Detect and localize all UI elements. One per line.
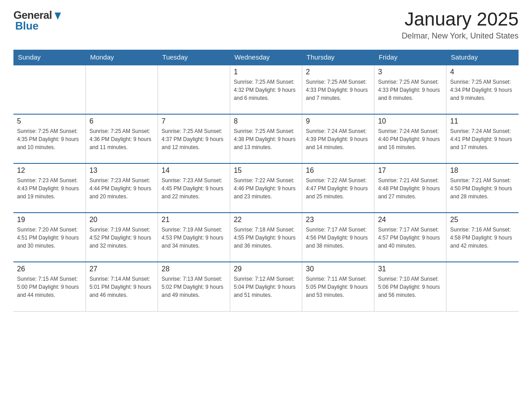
day-number: 22: [234, 216, 298, 224]
day-number: 18: [450, 167, 515, 175]
calendar-week-row: 26Sunrise: 7:15 AM Sunset: 5:00 PM Dayli…: [13, 262, 519, 311]
calendar-cell: 4Sunrise: 7:25 AM Sunset: 4:34 PM Daylig…: [446, 65, 519, 114]
calendar-table: SundayMondayTuesdayWednesdayThursdayFrid…: [13, 50, 519, 312]
calendar-header-row: SundayMondayTuesdayWednesdayThursdayFrid…: [13, 50, 519, 65]
calendar-cell: 13Sunrise: 7:23 AM Sunset: 4:44 PM Dayli…: [86, 163, 158, 213]
day-number: 20: [90, 216, 154, 224]
day-info: Sunrise: 7:24 AM Sunset: 4:40 PM Dayligh…: [378, 127, 442, 151]
day-info: Sunrise: 7:17 AM Sunset: 4:57 PM Dayligh…: [378, 226, 442, 250]
calendar-cell: 29Sunrise: 7:12 AM Sunset: 5:04 PM Dayli…: [230, 262, 302, 311]
day-info: Sunrise: 7:17 AM Sunset: 4:56 PM Dayligh…: [306, 226, 370, 250]
day-number: 30: [306, 265, 370, 273]
calendar-cell: 30Sunrise: 7:11 AM Sunset: 5:05 PM Dayli…: [302, 262, 374, 311]
day-info: Sunrise: 7:24 AM Sunset: 4:41 PM Dayligh…: [450, 127, 515, 151]
day-number: 29: [234, 265, 298, 273]
calendar-cell: 6Sunrise: 7:25 AM Sunset: 4:36 PM Daylig…: [86, 114, 158, 163]
calendar-day-header: Thursday: [302, 50, 374, 65]
day-number: 6: [90, 117, 154, 125]
calendar-cell: 25Sunrise: 7:16 AM Sunset: 4:58 PM Dayli…: [446, 213, 519, 262]
calendar-cell: [86, 65, 158, 114]
calendar-cell: 28Sunrise: 7:13 AM Sunset: 5:02 PM Dayli…: [158, 262, 230, 311]
day-info: Sunrise: 7:11 AM Sunset: 5:05 PM Dayligh…: [306, 275, 370, 299]
day-number: 3: [378, 68, 442, 76]
day-info: Sunrise: 7:22 AM Sunset: 4:47 PM Dayligh…: [306, 176, 370, 201]
calendar-cell: 12Sunrise: 7:23 AM Sunset: 4:43 PM Dayli…: [13, 163, 86, 213]
day-number: 12: [17, 167, 82, 175]
calendar-cell: [158, 65, 230, 114]
calendar-cell: 2Sunrise: 7:25 AM Sunset: 4:33 PM Daylig…: [302, 65, 374, 114]
day-number: 7: [162, 117, 226, 125]
calendar-day-header: Sunday: [13, 50, 86, 65]
calendar-cell: 21Sunrise: 7:19 AM Sunset: 4:53 PM Dayli…: [158, 213, 230, 262]
day-number: 17: [378, 167, 442, 175]
calendar-week-row: 5Sunrise: 7:25 AM Sunset: 4:35 PM Daylig…: [13, 114, 519, 163]
calendar-cell: 18Sunrise: 7:21 AM Sunset: 4:50 PM Dayli…: [446, 163, 519, 213]
calendar-cell: 19Sunrise: 7:20 AM Sunset: 4:51 PM Dayli…: [13, 213, 86, 262]
day-info: Sunrise: 7:25 AM Sunset: 4:32 PM Dayligh…: [234, 78, 298, 102]
day-number: 4: [450, 68, 515, 76]
day-number: 21: [162, 216, 226, 224]
logo: General Blue: [13, 9, 63, 32]
svg-marker-0: [55, 13, 61, 20]
day-info: Sunrise: 7:19 AM Sunset: 4:53 PM Dayligh…: [162, 226, 226, 250]
day-number: 26: [17, 265, 82, 273]
logo-blue-text: Blue: [15, 20, 39, 32]
day-info: Sunrise: 7:22 AM Sunset: 4:46 PM Dayligh…: [234, 176, 298, 201]
calendar-cell: 14Sunrise: 7:23 AM Sunset: 4:45 PM Dayli…: [158, 163, 230, 213]
day-number: 25: [450, 216, 515, 224]
calendar-week-row: 12Sunrise: 7:23 AM Sunset: 4:43 PM Dayli…: [13, 163, 519, 213]
day-info: Sunrise: 7:25 AM Sunset: 4:34 PM Dayligh…: [450, 78, 515, 102]
day-number: 14: [162, 167, 226, 175]
day-number: 1: [234, 68, 298, 76]
day-number: 10: [378, 117, 442, 125]
calendar-cell: [13, 65, 86, 114]
subtitle: Delmar, New York, United States: [402, 31, 519, 41]
day-info: Sunrise: 7:25 AM Sunset: 4:35 PM Dayligh…: [17, 127, 82, 151]
day-number: 27: [90, 265, 154, 273]
day-info: Sunrise: 7:19 AM Sunset: 4:52 PM Dayligh…: [90, 226, 154, 250]
day-info: Sunrise: 7:23 AM Sunset: 4:45 PM Dayligh…: [162, 176, 226, 201]
day-info: Sunrise: 7:15 AM Sunset: 5:00 PM Dayligh…: [17, 275, 82, 299]
calendar-cell: 31Sunrise: 7:10 AM Sunset: 5:06 PM Dayli…: [374, 262, 446, 311]
calendar-cell: 17Sunrise: 7:21 AM Sunset: 4:48 PM Dayli…: [374, 163, 446, 213]
calendar-cell: 26Sunrise: 7:15 AM Sunset: 5:00 PM Dayli…: [13, 262, 86, 311]
day-info: Sunrise: 7:12 AM Sunset: 5:04 PM Dayligh…: [234, 275, 298, 299]
calendar-cell: 24Sunrise: 7:17 AM Sunset: 4:57 PM Dayli…: [374, 213, 446, 262]
calendar-cell: 23Sunrise: 7:17 AM Sunset: 4:56 PM Dayli…: [302, 213, 374, 262]
calendar-day-header: Saturday: [446, 50, 519, 65]
day-number: 23: [306, 216, 370, 224]
day-info: Sunrise: 7:25 AM Sunset: 4:33 PM Dayligh…: [378, 78, 442, 102]
day-number: 11: [450, 117, 515, 125]
day-number: 31: [378, 265, 442, 273]
day-number: 13: [90, 167, 154, 175]
day-info: Sunrise: 7:14 AM Sunset: 5:01 PM Dayligh…: [90, 275, 154, 299]
calendar-cell: 8Sunrise: 7:25 AM Sunset: 4:38 PM Daylig…: [230, 114, 302, 163]
calendar-cell: 7Sunrise: 7:25 AM Sunset: 4:37 PM Daylig…: [158, 114, 230, 163]
calendar-cell: 16Sunrise: 7:22 AM Sunset: 4:47 PM Dayli…: [302, 163, 374, 213]
day-info: Sunrise: 7:10 AM Sunset: 5:06 PM Dayligh…: [378, 275, 442, 299]
day-info: Sunrise: 7:18 AM Sunset: 4:55 PM Dayligh…: [234, 226, 298, 250]
day-info: Sunrise: 7:21 AM Sunset: 4:50 PM Dayligh…: [450, 176, 515, 201]
calendar-week-row: 1Sunrise: 7:25 AM Sunset: 4:32 PM Daylig…: [13, 65, 519, 114]
day-number: 19: [17, 216, 82, 224]
calendar-cell: 10Sunrise: 7:24 AM Sunset: 4:40 PM Dayli…: [374, 114, 446, 163]
day-info: Sunrise: 7:16 AM Sunset: 4:58 PM Dayligh…: [450, 226, 515, 250]
day-number: 24: [378, 216, 442, 224]
day-number: 15: [234, 167, 298, 175]
calendar-cell: [446, 262, 519, 311]
day-info: Sunrise: 7:23 AM Sunset: 4:44 PM Dayligh…: [90, 176, 154, 201]
calendar-cell: 27Sunrise: 7:14 AM Sunset: 5:01 PM Dayli…: [86, 262, 158, 311]
day-info: Sunrise: 7:25 AM Sunset: 4:36 PM Dayligh…: [90, 127, 154, 151]
day-number: 28: [162, 265, 226, 273]
day-number: 2: [306, 68, 370, 76]
day-number: 5: [17, 117, 82, 125]
day-number: 8: [234, 117, 298, 125]
day-info: Sunrise: 7:24 AM Sunset: 4:39 PM Dayligh…: [306, 127, 370, 151]
day-info: Sunrise: 7:25 AM Sunset: 4:37 PM Dayligh…: [162, 127, 226, 151]
calendar-cell: 9Sunrise: 7:24 AM Sunset: 4:39 PM Daylig…: [302, 114, 374, 163]
calendar-cell: 20Sunrise: 7:19 AM Sunset: 4:52 PM Dayli…: [86, 213, 158, 262]
day-info: Sunrise: 7:20 AM Sunset: 4:51 PM Dayligh…: [17, 226, 82, 250]
calendar-day-header: Tuesday: [158, 50, 230, 65]
title-area: January 2025 Delmar, New York, United St…: [402, 9, 519, 41]
day-info: Sunrise: 7:13 AM Sunset: 5:02 PM Dayligh…: [162, 275, 226, 299]
